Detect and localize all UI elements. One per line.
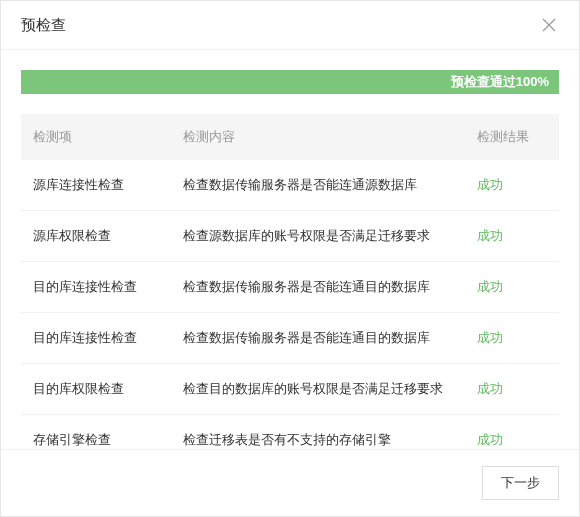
row-check-content: 检查迁移表是否有不支持的存储引擎 bbox=[183, 431, 477, 449]
row-check-item: 目的库连接性检查 bbox=[33, 278, 183, 296]
row-check-item: 源库连接性检查 bbox=[33, 176, 183, 194]
next-button[interactable]: 下一步 bbox=[482, 466, 559, 500]
modal-body: 预检查通过100% 检测项 检测内容 检测结果 源库连接性检查检查数据传输服务器… bbox=[1, 50, 579, 449]
row-check-result: 成功 bbox=[477, 278, 547, 296]
precheck-modal: 预检查 预检查通过100% 检测项 检测内容 检测结果 源库连接性检查检查数据传… bbox=[0, 0, 580, 517]
header-check-item: 检测项 bbox=[33, 128, 183, 146]
row-check-result: 成功 bbox=[477, 176, 547, 194]
row-check-item: 目的库权限检查 bbox=[33, 380, 183, 398]
close-button[interactable] bbox=[539, 15, 559, 35]
row-check-content: 检查数据传输服务器是否能连通目的数据库 bbox=[183, 278, 477, 296]
row-check-item: 目的库连接性检查 bbox=[33, 329, 183, 347]
row-check-content: 检查数据传输服务器是否能连通源数据库 bbox=[183, 176, 477, 194]
modal-footer: 下一步 bbox=[1, 449, 579, 516]
row-check-content: 检查源数据库的账号权限是否满足迁移要求 bbox=[183, 227, 477, 245]
header-check-content: 检测内容 bbox=[183, 128, 477, 146]
row-check-result: 成功 bbox=[477, 227, 547, 245]
table-wrapper: 检测项 检测内容 检测结果 源库连接性检查检查数据传输服务器是否能连通源数据库成… bbox=[21, 114, 559, 449]
table-row: 目的库权限检查检查目的数据库的账号权限是否满足迁移要求成功 bbox=[21, 364, 559, 415]
progress-text: 预检查通过100% bbox=[451, 73, 549, 91]
table-row: 存储引擎检查检查迁移表是否有不支持的存储引擎成功 bbox=[21, 415, 559, 449]
row-check-item: 存储引擎检查 bbox=[33, 431, 183, 449]
table-row: 源库连接性检查检查数据传输服务器是否能连通源数据库成功 bbox=[21, 160, 559, 211]
table-body[interactable]: 源库连接性检查检查数据传输服务器是否能连通源数据库成功源库权限检查检查源数据库的… bbox=[21, 160, 559, 449]
table-header: 检测项 检测内容 检测结果 bbox=[21, 114, 559, 160]
header-check-result: 检测结果 bbox=[477, 128, 547, 146]
row-check-item: 源库权限检查 bbox=[33, 227, 183, 245]
table-row: 源库权限检查检查源数据库的账号权限是否满足迁移要求成功 bbox=[21, 211, 559, 262]
modal-header: 预检查 bbox=[1, 1, 579, 50]
row-check-content: 检查数据传输服务器是否能连通目的数据库 bbox=[183, 329, 477, 347]
close-icon bbox=[541, 17, 557, 33]
table-row: 目的库连接性检查检查数据传输服务器是否能连通目的数据库成功 bbox=[21, 313, 559, 364]
row-check-content: 检查目的数据库的账号权限是否满足迁移要求 bbox=[183, 380, 477, 398]
progress-bar: 预检查通过100% bbox=[21, 70, 559, 94]
modal-title: 预检查 bbox=[21, 16, 66, 35]
row-check-result: 成功 bbox=[477, 329, 547, 347]
row-check-result: 成功 bbox=[477, 380, 547, 398]
table-row: 目的库连接性检查检查数据传输服务器是否能连通目的数据库成功 bbox=[21, 262, 559, 313]
row-check-result: 成功 bbox=[477, 431, 547, 449]
